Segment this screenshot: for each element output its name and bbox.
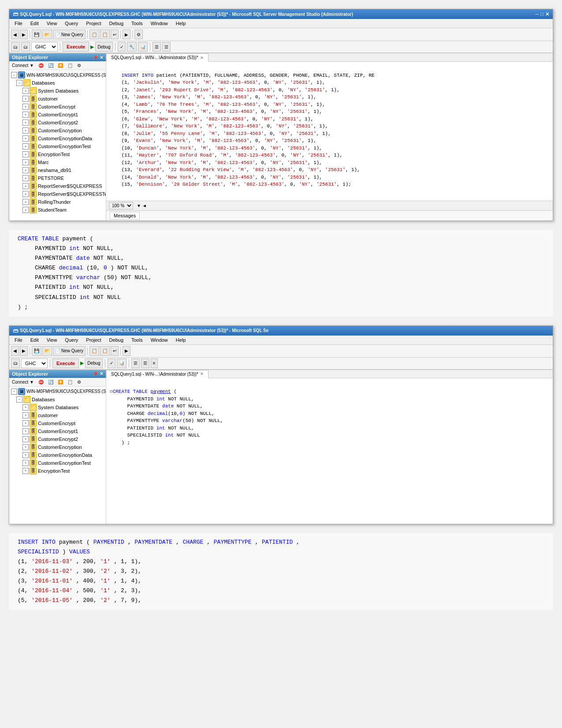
- db2-cenct-expand[interactable]: +: [22, 460, 29, 466]
- toolbar2-results-btn[interactable]: 📊: [117, 358, 127, 368]
- tree-db-pet[interactable]: + 🗄 PETSTORE: [10, 174, 105, 182]
- oe-filter-btn[interactable]: 🔽: [56, 62, 65, 69]
- tree-db-nesh[interactable]: + 🗄 neshama_db91: [10, 166, 105, 174]
- db-stud-expand[interactable]: +: [22, 207, 29, 213]
- menu2-project[interactable]: Project: [82, 336, 104, 343]
- menu2-view[interactable]: View: [43, 336, 61, 343]
- tree-db-ce[interactable]: + 🗄 CustomerEncrypt: [10, 103, 105, 111]
- toolbar-copy-btn[interactable]: 📋: [89, 30, 99, 39]
- db2-cenc-expand[interactable]: +: [22, 444, 29, 450]
- db2-customer-expand[interactable]: +: [22, 412, 29, 418]
- toolbar-back-btn[interactable]: ◀: [11, 30, 19, 39]
- tree-db-roll[interactable]: + 🗄 RollingThunder: [10, 198, 105, 206]
- zoom-selector-1[interactable]: 100 %: [109, 202, 133, 209]
- execute-button-2[interactable]: Execute: [52, 358, 79, 368]
- tab-close-2[interactable]: ✕: [200, 372, 204, 376]
- oe-filter-btn-2[interactable]: 🔽: [56, 379, 65, 385]
- tree2-db-ce[interactable]: + 🗄 CustomerEncrypt: [10, 419, 105, 427]
- tree-db-cenc[interactable]: + 🗄 CustomerEncryption: [10, 127, 105, 134]
- tab-close-1[interactable]: ✕: [200, 56, 204, 60]
- db-system-expand[interactable]: +: [22, 88, 29, 94]
- tree-db-enc[interactable]: + 🗄 EncryptionTest: [10, 150, 105, 158]
- tree-db-cencd[interactable]: + 🗄 CustomerEncryptionData: [10, 134, 105, 142]
- menu2-debug[interactable]: Debug: [106, 336, 127, 343]
- db2-ce-expand[interactable]: +: [22, 420, 29, 426]
- tree-db-rep1[interactable]: + 🗄 ReportServer$SQLEXPRESS: [10, 182, 105, 190]
- new-query-btn-2[interactable]: 📄 New Query: [53, 346, 86, 356]
- db-enc-expand[interactable]: +: [22, 151, 29, 157]
- tree2-db-cenc[interactable]: + 🗄 CustomerEncryption: [10, 443, 105, 451]
- tree-db-stud[interactable]: + 🗄 StudentTeam: [10, 206, 105, 214]
- debug-btn-1[interactable]: Debug: [95, 42, 112, 52]
- toolbar2-paste-btn[interactable]: 📋: [100, 346, 110, 356]
- oe-reports-btn[interactable]: 📋: [66, 62, 74, 69]
- new-query-btn[interactable]: 📄 New Query: [53, 30, 86, 39]
- oe-refresh-btn-2[interactable]: 🔄: [46, 379, 55, 385]
- tree2-db-cenct[interactable]: + 🗄 CustomerEncryptionTest: [10, 459, 105, 467]
- menu-help[interactable]: Help: [172, 20, 190, 27]
- messages-tab-item-1[interactable]: Messages: [110, 212, 140, 220]
- toolbar-indent-btn[interactable]: ☰: [153, 42, 161, 52]
- toolbar2-copy-btn[interactable]: 📋: [89, 346, 99, 356]
- menu2-edit[interactable]: Edit: [27, 336, 42, 343]
- oe-pin-icon[interactable]: 📌: [93, 55, 98, 60]
- maximize-btn[interactable]: □: [540, 11, 543, 17]
- toolbar2-run-btn[interactable]: ▶: [123, 346, 130, 356]
- tree2-db-system[interactable]: + 📁 System Databases: [10, 403, 105, 411]
- db2-ce2-expand[interactable]: +: [22, 436, 29, 442]
- query-tab-1[interactable]: SQLQuery1.sql - WIN-...\Administrator (5…: [106, 53, 208, 62]
- oe-connect-btn[interactable]: Connect ▼: [10, 62, 36, 69]
- toolbar2-forward-btn[interactable]: ▶: [20, 346, 28, 356]
- db-cencd-expand[interactable]: +: [22, 135, 29, 142]
- toolbar-outdent-btn[interactable]: ☰: [162, 42, 171, 52]
- tree2-db-ce1[interactable]: + 🗄 CustomerEncrypt1: [10, 427, 105, 435]
- db-ce-expand[interactable]: +: [22, 104, 29, 110]
- tree-server-1[interactable]: − 🖥 WIN-M0FMHS9U6CU\SQLEXPRESS (SQL Serv…: [10, 71, 105, 79]
- database-selector-1[interactable]: GHC: [31, 42, 58, 52]
- db-rep2-expand[interactable]: +: [22, 191, 29, 197]
- toolbar-more-btn[interactable]: ⚙: [134, 30, 143, 39]
- query-content-1[interactable]: INSERT INTO patient (PATIENTID, FULLNAME…: [106, 62, 553, 201]
- oe-refresh-btn[interactable]: 🔄: [46, 62, 55, 69]
- server-expand[interactable]: −: [11, 72, 17, 78]
- db-rep1-expand[interactable]: +: [22, 183, 29, 189]
- query-content-2[interactable]: ⊟CREATE TABLE payment ( PAYMENTID int NO…: [106, 378, 553, 524]
- tree-databases-folder[interactable]: − 📁 Databases: [10, 79, 105, 87]
- db-customer-expand[interactable]: +: [22, 96, 29, 102]
- toolbar-check-btn[interactable]: ✓: [118, 42, 126, 52]
- db2-enc-expand[interactable]: +: [22, 468, 29, 474]
- toolbar2-extra-btn[interactable]: ≡: [151, 358, 158, 368]
- query-tab-2[interactable]: SQLQuery1.sql - WIN-...\Administrator (5…: [106, 370, 208, 378]
- menu2-query[interactable]: Query: [61, 336, 82, 343]
- toolbar-run-btn[interactable]: ▶: [123, 30, 130, 39]
- server-expand-2[interactable]: −: [11, 388, 17, 395]
- tree-db-customer[interactable]: + 🗄 customer: [10, 95, 105, 103]
- tree-db-rep2[interactable]: + 🗄 ReportServer$SQLEXPRESSTempDB: [10, 190, 105, 198]
- menu2-tools[interactable]: Tools: [128, 336, 146, 343]
- tree2-db-ce2[interactable]: + 🗄 CustomerEncrypt2: [10, 435, 105, 443]
- oe-connect-btn-2[interactable]: Connect ▼: [10, 379, 36, 385]
- toolbar2-open-btn[interactable]: 📂: [42, 346, 52, 356]
- oe-properties-btn-2[interactable]: ⚙: [75, 379, 83, 385]
- menu-tools[interactable]: Tools: [128, 20, 146, 27]
- databases-expand[interactable]: −: [16, 80, 22, 86]
- debug-btn-2[interactable]: Debug: [85, 358, 102, 368]
- oe-disconnect-btn[interactable]: ⛔: [37, 62, 45, 69]
- toolbar2-check-btn[interactable]: ✓: [108, 358, 115, 368]
- tree-db-ce1[interactable]: + 🗄 CustomerEncrypt1: [10, 111, 105, 119]
- tree-db-marc[interactable]: + 🗄 Marc: [10, 158, 105, 166]
- oe-reports-btn-2[interactable]: 📋: [66, 379, 74, 385]
- tree-db-ce2[interactable]: + 🗄 CustomerEncrypt2: [10, 119, 105, 127]
- tree2-db-enc[interactable]: + 🗄 EncryptionTest: [10, 467, 105, 475]
- toolbar-db2-btn[interactable]: 🗂: [21, 42, 30, 52]
- tree-db-system[interactable]: + 📁 System Databases: [10, 87, 105, 95]
- tree-db-cenct[interactable]: + 🗄 CustomerEncryptionTest: [10, 142, 105, 150]
- tree2-db-customer[interactable]: + 🗄 customer: [10, 411, 105, 419]
- menu-view[interactable]: View: [43, 20, 61, 27]
- tree-server-2[interactable]: − 🖥 WIN-M0FMHS9U6CU\SQLEXPRESS (SQL Serv…: [10, 388, 105, 396]
- menu-edit[interactable]: Edit: [27, 20, 42, 27]
- menu2-help[interactable]: Help: [172, 336, 190, 343]
- menu-project[interactable]: Project: [82, 20, 104, 27]
- toolbar-open-btn[interactable]: 📂: [42, 30, 52, 39]
- db-marc-expand[interactable]: +: [22, 159, 29, 165]
